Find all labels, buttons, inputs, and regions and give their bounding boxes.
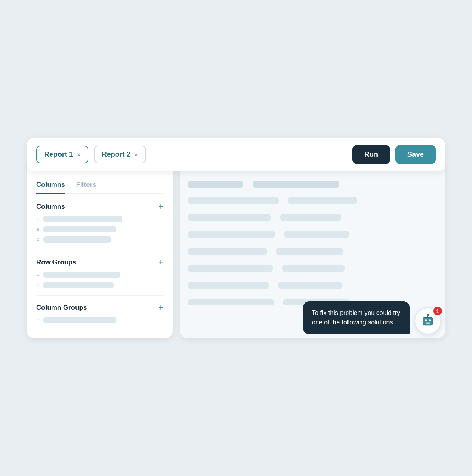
skeleton-header-row (188, 181, 437, 188)
skeleton-row-1 (188, 195, 437, 206)
skeleton-cell-6-1 (188, 282, 269, 289)
divider-1 (36, 250, 163, 250)
svg-rect-3 (426, 322, 430, 324)
skeleton-cell-3-1 (188, 231, 275, 238)
tab2-close-icon[interactable]: × (135, 151, 138, 158)
top-bar: Report 1 × Report 2 × Run Save (27, 138, 445, 171)
column-groups-row-1: ≡ (36, 317, 163, 323)
tab-columns[interactable]: Columns (36, 181, 65, 194)
tab2-label: Report 2 (102, 150, 131, 159)
skeleton-cell-2-2 (280, 214, 341, 221)
row-groups-add-button[interactable]: + (158, 258, 163, 267)
svg-point-5 (427, 314, 429, 316)
skeleton-cell-7-1 (188, 299, 274, 305)
drag-handle-1[interactable]: ≡ (36, 216, 39, 222)
chat-section: To fix this problem you could try one of… (303, 301, 441, 334)
right-panel: To fix this problem you could try one of… (180, 162, 445, 338)
drag-handle-5[interactable]: ≡ (36, 282, 39, 288)
drag-bar-3 (43, 236, 111, 243)
column-groups-title: Column Groups (36, 304, 87, 312)
save-button[interactable]: Save (395, 145, 436, 164)
svg-rect-6 (424, 324, 425, 324)
columns-add-button[interactable]: + (158, 202, 163, 211)
column-groups-section-header: Column Groups + (36, 304, 163, 312)
run-button[interactable]: Run (352, 145, 390, 164)
skeleton-row-4 (188, 246, 437, 257)
app-container: Report 1 × Report 2 × Run Save Columns F… (27, 138, 445, 338)
columns-row-2: ≡ (36, 226, 163, 232)
skeleton-cell-5-1 (188, 265, 273, 272)
chat-bubble: To fix this problem you could try one of… (303, 301, 410, 334)
skeleton-header-2 (253, 181, 339, 188)
drag-handle-4[interactable]: ≡ (36, 272, 39, 278)
skeleton-header-1 (188, 181, 243, 188)
columns-section-header: Columns + (36, 202, 163, 211)
tab-report2[interactable]: Report 2 × (94, 146, 146, 163)
columns-row-1: ≡ (36, 216, 163, 222)
drag-bar-6 (43, 317, 116, 323)
bot-avatar[interactable]: 1 (414, 307, 441, 334)
tab1-label: Report 1 (44, 150, 73, 159)
column-groups-add-button[interactable]: + (158, 304, 163, 312)
chat-bubble-text: To fix this problem you could try one of… (312, 309, 400, 326)
left-panel: Columns Filters Columns + ≡ ≡ ≡ (27, 162, 173, 338)
skeleton-cell-2-1 (188, 214, 271, 221)
skeleton-row-5 (188, 263, 437, 274)
skeleton-cell-1-1 (188, 197, 279, 204)
skeleton-cell-5-2 (282, 265, 345, 272)
drag-bar-2 (43, 226, 116, 232)
drag-bar-4 (43, 272, 120, 278)
tab-report1[interactable]: Report 1 × (36, 146, 88, 163)
bot-icon (420, 313, 436, 329)
bot-badge: 1 (433, 307, 442, 315)
skeleton-cell-4-1 (188, 248, 267, 255)
row-groups-section-header: Row Groups + (36, 258, 163, 267)
tab1-close-icon[interactable]: × (77, 151, 81, 158)
columns-row-3: ≡ (36, 236, 163, 243)
row-groups-title: Row Groups (36, 259, 76, 266)
drag-handle-3[interactable]: ≡ (36, 236, 39, 243)
skeleton-cell-3-2 (284, 231, 349, 238)
main-content: Columns Filters Columns + ≡ ≡ ≡ (27, 162, 445, 338)
table-skeleton (188, 181, 437, 308)
skeleton-cell-4-2 (276, 248, 343, 255)
drag-bar-5 (43, 282, 114, 288)
drag-handle-6[interactable]: ≡ (36, 317, 39, 323)
svg-rect-7 (430, 324, 431, 324)
skeleton-cell-1-2 (288, 197, 357, 204)
drag-bar-1 (43, 216, 122, 222)
skeleton-cell-6-2 (278, 282, 342, 289)
divider-2 (36, 295, 163, 296)
svg-rect-1 (425, 320, 427, 321)
row-groups-row-2: ≡ (36, 282, 163, 288)
drag-handle-2[interactable]: ≡ (36, 226, 39, 232)
skeleton-row-6 (188, 280, 437, 291)
skeleton-row-3 (188, 229, 437, 240)
tab-filters[interactable]: Filters (76, 181, 96, 193)
row-groups-row-1: ≡ (36, 272, 163, 278)
skeleton-row-2 (188, 212, 437, 223)
svg-rect-2 (429, 320, 431, 321)
columns-title: Columns (36, 203, 65, 211)
panel-tabs: Columns Filters (36, 181, 163, 194)
